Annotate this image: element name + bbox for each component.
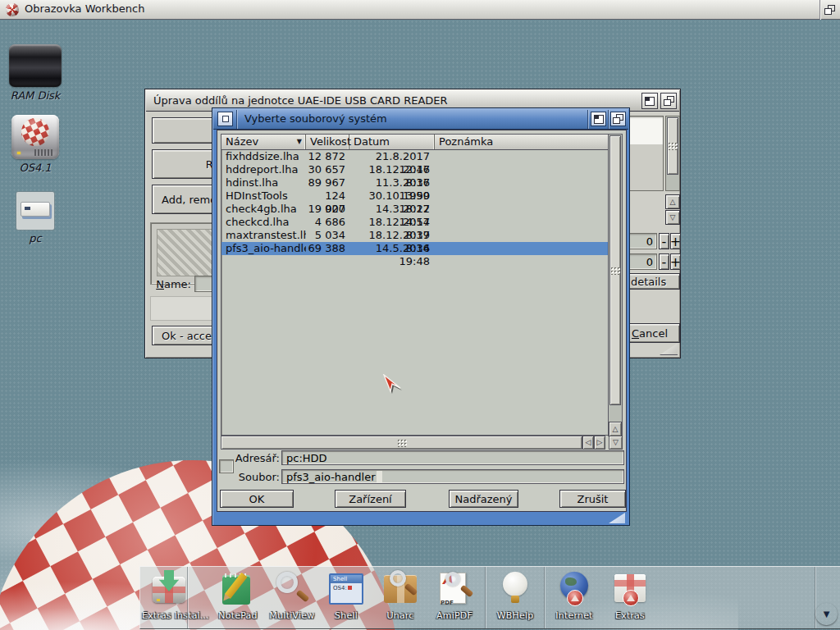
dock-item-internet[interactable]: Internet xyxy=(547,569,601,628)
name-label: Name: xyxy=(134,278,191,290)
bg-scrollbar-thumb[interactable] xyxy=(667,117,678,175)
zoom-gadget[interactable] xyxy=(591,112,606,126)
table-row[interactable]: hdinst.lha89 96711.3.2017 13:50 xyxy=(221,176,608,189)
boing-ball-mini-icon xyxy=(21,117,50,147)
up-arrow-icon: △ xyxy=(613,426,619,433)
dock-separator xyxy=(544,567,545,628)
pc-drive-icon xyxy=(16,192,54,230)
up-arrow-icon: △ xyxy=(670,199,676,206)
titlebar-separator xyxy=(587,110,588,129)
dock-item-multiview[interactable]: MultiView xyxy=(265,569,319,628)
directory-label: Adresář: xyxy=(222,452,280,464)
bg-stepper-plus-1[interactable]: + xyxy=(670,233,681,249)
zoom-icon xyxy=(645,97,655,106)
text-cursor xyxy=(377,471,382,482)
close-gadget[interactable] xyxy=(217,112,233,126)
bg-scroll-down-button[interactable]: ▽ xyxy=(665,210,680,225)
parent-button[interactable]: Nadřazený xyxy=(449,490,518,508)
shell-window-icon: Shell OS4: xyxy=(329,573,363,605)
ok-button[interactable]: OK xyxy=(220,490,294,508)
table-row[interactable]: check4gb.lha19 92714.3.2017 14:54 xyxy=(221,203,608,216)
dock-item-extras-installation[interactable]: Extras Instal... xyxy=(142,569,196,628)
desktop-icon-os41[interactable]: OS4.1 xyxy=(0,115,71,174)
vertical-scrollbar[interactable]: △ xyxy=(608,135,622,436)
scroll-up-button[interactable]: △ xyxy=(609,422,622,436)
titlebar-separator xyxy=(819,0,820,20)
devices-button[interactable]: Zařízení xyxy=(335,490,406,508)
table-row-selected[interactable]: pfs3_aio-handler69 38814.5.2014 19:48 xyxy=(221,242,608,255)
horizontal-scrollbar: ◁ ▷ ▽ xyxy=(221,436,623,450)
lightbulb-icon xyxy=(503,572,527,596)
column-header-size[interactable]: Velikost xyxy=(306,135,349,149)
scroll-down-button[interactable]: ▽ xyxy=(609,436,623,450)
file-field[interactable]: pfs3_aio-handler xyxy=(281,469,624,484)
icon-label: OS4.1 xyxy=(0,162,71,174)
down-arrow-icon: ▽ xyxy=(613,439,619,446)
dock-item-extras[interactable]: Extras xyxy=(603,569,657,628)
desktop-icon-ramdisk[interactable]: RAM Disk xyxy=(0,44,71,102)
amidock: Extras Instal... NotePad MultiView Shell… xyxy=(139,566,840,629)
left-arrow-icon: ◁ xyxy=(586,439,591,446)
cancel-button[interactable]: Zrušit xyxy=(559,490,626,508)
screen-title: Obrazovka Workbench xyxy=(25,2,144,15)
bg-stepper-plus-2[interactable]: + xyxy=(670,253,681,270)
bg-scroll-up-button[interactable]: △ xyxy=(665,194,680,209)
column-header-date[interactable]: Datum xyxy=(349,135,435,149)
dock-item-wbhelp[interactable]: WBHelp xyxy=(488,569,542,628)
bg-resize-gadget[interactable] xyxy=(660,343,678,355)
dock-hide-button[interactable]: ▼ xyxy=(815,603,838,625)
close-icon xyxy=(222,116,229,122)
bg-stepper-minus-2[interactable]: - xyxy=(659,253,669,270)
table-row[interactable]: checkcd.lha4 68618.12.2017 8:39 xyxy=(221,216,608,229)
depth-icon xyxy=(613,114,623,124)
magnifier-icon xyxy=(276,572,298,593)
dock-separator xyxy=(485,567,486,628)
bg-stepper-minus-1[interactable]: - xyxy=(659,233,669,249)
down-arrow-icon: ▼ xyxy=(824,610,830,619)
sort-indicator-icon: ▼ xyxy=(297,138,302,145)
grip-icon xyxy=(397,439,407,447)
dialog-titlebar[interactable]: Vyberte souborový systém xyxy=(213,109,628,130)
column-header-note[interactable]: Poznámka xyxy=(435,135,608,149)
os41-drive-icon xyxy=(11,115,59,159)
table-row[interactable]: fixhddsize.lha12 87221.8.2017 12:46 xyxy=(221,150,608,163)
depth-gadget[interactable] xyxy=(660,93,677,109)
icon-label: RAM Disk xyxy=(0,89,71,102)
screen-depth-gadget[interactable] xyxy=(822,2,838,17)
zoom-gadget[interactable] xyxy=(641,93,658,109)
dock-item-unarc[interactable]: Unarc xyxy=(373,569,427,628)
window-title: Úprava oddílů na jednotce UAE-IDE USB CA… xyxy=(153,94,448,107)
column-header-name[interactable]: Název▼ xyxy=(221,135,306,149)
dock-separator xyxy=(815,567,815,628)
right-arrow-icon: ▷ xyxy=(597,439,603,446)
file-requester-dialog: Vyberte souborový systém Název▼ Velikost… xyxy=(212,107,630,526)
scroll-left-button[interactable]: ◁ xyxy=(582,436,594,450)
file-list-header: Název▼ Velikost Datum Poznámka xyxy=(221,135,608,150)
scroll-right-button[interactable]: ▷ xyxy=(594,436,605,450)
depth-gadget[interactable] xyxy=(610,112,626,126)
zoom-icon xyxy=(594,115,604,124)
dock-item-notepad[interactable]: NotePad xyxy=(211,569,265,628)
screen-titlebar: Obrazovka Workbench xyxy=(0,0,840,20)
dialog-resize-gadget[interactable] xyxy=(609,513,625,523)
depth-icon xyxy=(824,5,835,15)
table-row[interactable]: HDInstTools124 00030.10.1999 18:22 xyxy=(221,189,608,203)
magnifier-icon xyxy=(445,572,460,587)
table-row[interactable]: maxtranstest.lha5 03418.12.2017 8:36 xyxy=(221,229,608,242)
bg-scrollbar[interactable] xyxy=(665,116,680,191)
dock-item-shell[interactable]: Shell OS4: Shell xyxy=(319,569,373,628)
workbench-screen: Obrazovka Workbench RAM Disk OS4.1 pc Úp… xyxy=(0,0,840,630)
boing-ball-icon xyxy=(6,3,19,16)
table-row[interactable]: hddreport.lha30 65718.12.2017 8:36 xyxy=(221,163,608,176)
dock-item-amipdf[interactable]: APDF AmiPDF xyxy=(427,569,482,628)
ramdisk-drive-icon xyxy=(9,44,62,87)
depth-icon xyxy=(664,96,674,106)
up-badge-icon xyxy=(623,590,639,606)
scrollbar-thumb[interactable] xyxy=(609,135,621,405)
directory-field[interactable]: pc:HDD xyxy=(281,450,624,465)
h-scroll-track[interactable] xyxy=(221,436,582,450)
icon-label: pc xyxy=(0,232,71,244)
desktop-icon-pc[interactable]: pc xyxy=(0,192,71,244)
mouse-cursor xyxy=(382,374,404,399)
file-label: Soubor: xyxy=(222,471,280,483)
